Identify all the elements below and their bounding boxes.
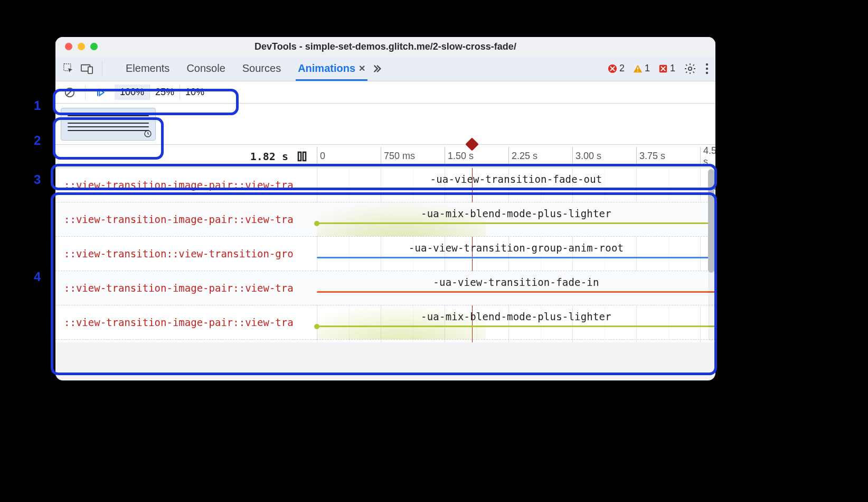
separator: [85, 86, 86, 99]
ruler-tick-label: 3.00 s: [575, 151, 601, 162]
ruler-tick: 3.00 s: [572, 145, 601, 168]
svg-point-10: [706, 71, 708, 73]
warning-icon: [633, 64, 643, 73]
track-selector-label: ::view-transition-image-pair::view-tra: [64, 317, 317, 328]
animation-name-label: -ua-mix-blend-mode-plus-lighter: [317, 208, 715, 219]
animation-tracks: ::view-transition-image-pair::view-tra::…: [55, 168, 715, 342]
tab-sources[interactable]: Sources: [242, 62, 281, 75]
ruler-tick: 4.50 s: [700, 145, 715, 168]
more-tabs-icon[interactable]: [371, 63, 382, 75]
svg-point-8: [706, 63, 708, 65]
tab-elements[interactable]: Elements: [126, 62, 169, 75]
ruler-tick-label: 4.50 s: [703, 145, 715, 168]
animations-toolbar: 100%25%10%: [55, 81, 715, 104]
tab-console[interactable]: Console: [186, 62, 225, 75]
track-row[interactable]: ::view-transition::view-transition-gro: [55, 237, 317, 271]
warning-count-value: 1: [645, 63, 650, 74]
error-count[interactable]: 2: [608, 63, 625, 74]
tab-label: Sources: [242, 62, 281, 75]
callout-3-label: 3: [34, 172, 41, 187]
settings-gear-icon[interactable]: [684, 62, 696, 75]
kebab-menu-icon[interactable]: [705, 63, 709, 75]
svg-point-7: [688, 67, 692, 70]
animation-name-label: -ua-view-transition-fade-in: [317, 276, 715, 288]
separator: [102, 61, 102, 76]
animation-name-label: -ua-mix-blend-mode-plus-lighter: [317, 311, 715, 322]
ruler-tick: 3.75 s: [636, 145, 665, 168]
ruler-tick: 2.25 s: [508, 145, 537, 168]
track-selector-label: ::view-transition-image-pair::view-tra: [64, 213, 317, 225]
track-row[interactable]: ::view-transition-image-pair::view-tra: [55, 168, 317, 202]
warning-count[interactable]: 1: [633, 63, 650, 74]
ruler-tick-label: 2.25 s: [512, 151, 537, 162]
track-selector-label: ::view-transition-image-pair::view-tra: [64, 282, 317, 294]
speed-100pct[interactable]: 100%: [115, 85, 149, 100]
close-tab-icon[interactable]: ✕: [358, 63, 365, 73]
issues-count-value: 1: [670, 63, 675, 74]
track-row[interactable]: ::view-transition-image-pair::view-tra: [55, 202, 317, 237]
issues-icon: [658, 64, 668, 73]
svg-rect-13: [298, 152, 301, 161]
pause-icon[interactable]: [297, 151, 307, 162]
animation-bar[interactable]: [317, 188, 715, 190]
track-row[interactable]: ::view-transition-image-pair::view-tra: [55, 305, 317, 340]
svg-point-9: [706, 67, 708, 69]
error-count-value: 2: [619, 63, 625, 74]
issues-count[interactable]: 1: [658, 63, 675, 74]
track-selector-label: ::view-transition::view-transition-gro: [64, 248, 317, 259]
timeline-ruler[interactable]: 1.82 s 0750 ms1.50 s2.25 s3.00 s3.75 s4.…: [55, 145, 715, 168]
ruler-tick-label: 0: [320, 151, 325, 162]
track-selector-label: ::view-transition-image-pair::view-tra: [64, 179, 317, 191]
speed-10pct[interactable]: 10%: [180, 85, 210, 100]
devtools-window: DevTools - simple-set-demos.glitch.me/2-…: [55, 37, 715, 380]
animation-name-label: -ua-view-transition-group-anim-root: [317, 242, 715, 254]
ruler-tick: 0: [317, 145, 325, 168]
current-time: 1.82 s: [250, 150, 288, 163]
animation-group-tile[interactable]: [61, 108, 156, 141]
tab-label: Console: [186, 62, 225, 75]
vertical-scrollbar[interactable]: [708, 169, 714, 341]
tab-animations[interactable]: Animations✕: [298, 62, 365, 75]
ruler-tick: 750 ms: [381, 145, 415, 168]
callout-4-label: 4: [34, 269, 41, 284]
callout-1-label: 1: [34, 98, 41, 113]
ruler-tick-label: 1.50 s: [448, 151, 474, 162]
tab-label: Animations: [298, 62, 355, 75]
animation-bar[interactable]: [317, 291, 715, 293]
animation-bar[interactable]: [317, 326, 715, 327]
svg-rect-2: [88, 67, 92, 73]
device-toolbar-icon[interactable]: [81, 63, 93, 75]
animation-groups-strip: [55, 104, 715, 145]
track-row[interactable]: ::view-transition-image-pair::view-tra: [55, 271, 317, 305]
window-title: DevTools - simple-set-demos.glitch.me/2-…: [55, 41, 715, 52]
animation-bar[interactable]: [317, 257, 715, 258]
titlebar: DevTools - simple-set-demos.glitch.me/2-…: [55, 37, 715, 56]
track-row-timeline[interactable]: -ua-view-transition-fade-in: [317, 271, 715, 305]
track-row-timeline[interactable]: -ua-view-transition-group-anim-root: [317, 237, 715, 271]
clear-icon[interactable]: [61, 85, 79, 100]
svg-rect-4: [637, 67, 638, 70]
svg-rect-14: [303, 152, 306, 161]
speed-25pct[interactable]: 25%: [149, 85, 180, 100]
track-row-timeline[interactable]: -ua-view-transition-fade-out: [317, 168, 715, 202]
animation-name-label: -ua-view-transition-fade-out: [317, 173, 715, 185]
track-row-timeline[interactable]: -ua-mix-blend-mode-plus-lighter: [317, 305, 715, 340]
tab-label: Elements: [126, 62, 169, 75]
track-row-timeline[interactable]: -ua-mix-blend-mode-plus-lighter: [317, 202, 715, 237]
ruler-tick-label: 750 ms: [384, 151, 415, 162]
tab-strip: ElementsConsoleSourcesAnimations✕ 2: [55, 56, 715, 81]
callout-2-label: 2: [34, 133, 41, 148]
svg-rect-5: [637, 70, 638, 71]
animation-bar[interactable]: [317, 222, 715, 224]
play-pause-icon[interactable]: [92, 85, 109, 100]
inspect-element-icon[interactable]: [63, 63, 74, 75]
ruler-tick-label: 3.75 s: [639, 151, 665, 162]
clock-icon: [144, 129, 152, 138]
error-icon: [608, 64, 617, 73]
